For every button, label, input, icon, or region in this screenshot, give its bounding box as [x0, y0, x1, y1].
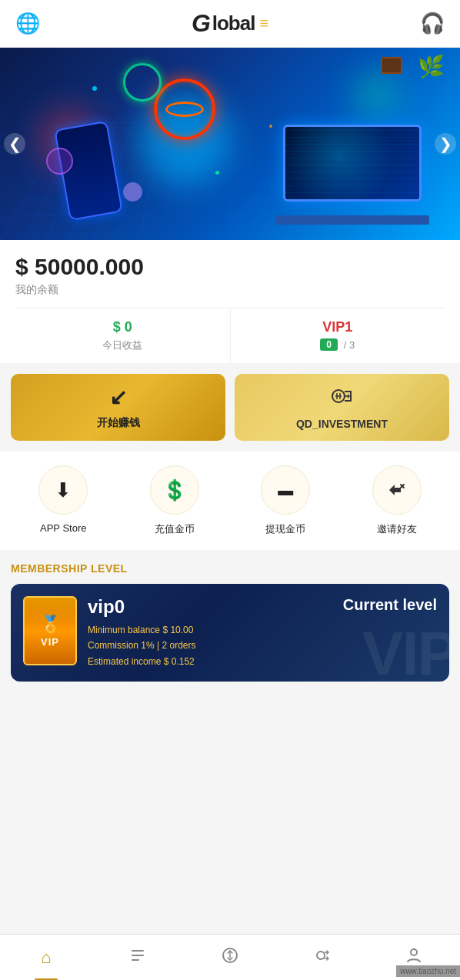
transfer-icon: [222, 947, 238, 968]
min-balance-label: Minimum balance: [88, 625, 162, 635]
vip-stat: VIP1 0 / 3: [231, 308, 445, 363]
banner-cup: [381, 57, 402, 74]
banner-next-button[interactable]: ❯: [435, 133, 456, 155]
today-income-label: 今日收益: [23, 338, 222, 352]
svg-point-6: [317, 952, 325, 959]
quick-link-withdraw[interactable]: ▬ 提现金币: [261, 465, 310, 536]
vip-badge: 0: [320, 338, 338, 351]
nav-transfer[interactable]: [184, 935, 276, 980]
current-level-badge: Current level: [343, 596, 437, 614]
logo-text: lobal: [212, 12, 255, 35]
laptop-base: [275, 215, 429, 225]
balance-section: $ 50000.000 我的余额 $ 0 今日收益 VIP1 0 / 3: [0, 240, 460, 363]
banner-circle-green: [123, 63, 162, 102]
vip-count: / 3: [344, 339, 355, 351]
invite-icon: [372, 465, 422, 515]
action-buttons-section: ↙ 开始赚钱 QD_INVESTMENT: [0, 363, 460, 452]
vip-badge-row: 0 / 3: [238, 338, 438, 351]
balance-amount: $ 50000.000: [15, 254, 445, 280]
banner-content: 🌿 ❮ ❯: [0, 48, 460, 240]
home-icon: ⌂: [41, 948, 51, 968]
bottom-spacer: [0, 688, 460, 749]
recharge-label: 充值金币: [155, 522, 195, 536]
balance-label: 我的余额: [15, 283, 445, 297]
svg-rect-2: [132, 950, 144, 952]
today-income-value: $ 0: [23, 319, 222, 335]
banner-plant: 🌿: [418, 54, 445, 79]
recharge-icon: 💲: [150, 465, 199, 515]
quick-links-section: ⬇ APP Store 💲 充值金币 ▬ 提现金币 邀请好友: [0, 452, 460, 550]
quick-link-invite[interactable]: 邀请好友: [372, 465, 422, 536]
membership-title: MEMBERSHIP LEVEL: [11, 562, 449, 575]
balance-stats: $ 0 今日收益 VIP1 0 / 3: [15, 308, 445, 363]
svg-rect-4: [132, 959, 139, 961]
quick-link-recharge[interactable]: 💲 充值金币: [150, 465, 199, 536]
globe-icon[interactable]: 🌐: [14, 10, 42, 38]
banner-dot-2: [215, 171, 219, 175]
app-store-icon: ⬇: [38, 465, 88, 515]
bottom-nav: ⌂: [0, 934, 460, 980]
withdraw-icon: ▬: [261, 465, 310, 515]
headset-icon[interactable]: 🎧: [418, 10, 446, 38]
start-earning-label: 开始赚钱: [97, 416, 140, 430]
vip-label: VIP1: [238, 319, 438, 335]
membership-section: MEMBERSHIP LEVEL 🏅 VIP vip0 Minimum bala…: [0, 550, 460, 688]
logo-decoration: ≡: [259, 15, 268, 32]
qd-investment-icon: [331, 385, 354, 412]
withdraw-label: 提现金币: [265, 522, 305, 536]
investment-nav-icon: [314, 947, 331, 968]
estimated-income-label: Estimated income: [88, 656, 164, 667]
watermark: www.tiaozhu.net: [396, 965, 460, 977]
qd-investment-button[interactable]: QD_INVESTMENT: [235, 374, 449, 441]
banner-dot-1: [92, 86, 97, 91]
banner-circle-purple: [46, 148, 73, 175]
quick-link-app-store[interactable]: ⬇ APP Store: [38, 465, 88, 536]
app-store-label: APP Store: [40, 522, 86, 534]
qd-investment-label: QD_INVESTMENT: [296, 418, 388, 430]
banner-ring: [154, 78, 215, 140]
invite-label: 邀请好友: [377, 522, 417, 536]
start-earning-button[interactable]: ↙ 开始赚钱: [11, 374, 225, 441]
vip-badge-image: 🏅 VIP: [23, 596, 77, 665]
orders-icon: [129, 947, 146, 968]
estimated-income-value: $ 0.152: [164, 656, 195, 667]
banner-dot-3: [269, 125, 272, 128]
vip-badge-text: VIP: [41, 636, 59, 648]
app-logo: G lobal ≡: [192, 9, 268, 38]
banner-glow-3: [352, 71, 398, 117]
commission-label: Commission 1% | 2 orders: [88, 640, 196, 651]
laptop-screen: [283, 125, 422, 202]
nav-orders[interactable]: [92, 935, 185, 980]
svg-point-7: [411, 949, 417, 955]
nav-investment[interactable]: [276, 935, 368, 980]
vip-medal-emoji: 🏅: [40, 615, 61, 635]
nav-home[interactable]: ⌂: [0, 935, 92, 980]
banner-section: 🌿 ❮ ❯: [0, 48, 460, 240]
banner-laptop: [275, 125, 429, 225]
header: 🌐 G lobal ≡ 🎧: [0, 0, 460, 48]
banner-prev-button[interactable]: ❮: [4, 133, 25, 155]
today-income-stat: $ 0 今日收益: [15, 308, 231, 363]
membership-card: 🏅 VIP vip0 Minimum balance $ 10.00 Commi…: [11, 584, 449, 682]
banner-circle-small: [123, 182, 142, 202]
membership-details: Minimum balance $ 10.00 Commission 1% | …: [88, 622, 437, 669]
min-balance-value: $ 10.00: [162, 625, 193, 635]
banner-ring-inner: [165, 102, 204, 117]
start-earning-icon: ↙: [109, 385, 127, 410]
logo-g-letter: G: [192, 9, 211, 38]
svg-rect-3: [132, 955, 144, 956]
